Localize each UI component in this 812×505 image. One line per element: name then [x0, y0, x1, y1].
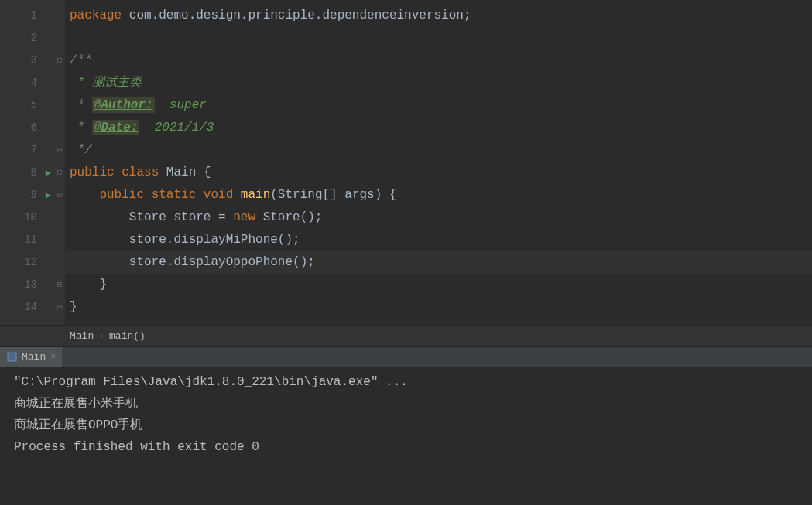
keyword: public [70, 165, 115, 179]
code-text: } [99, 278, 107, 292]
fold-toggle-icon[interactable]: ⊟ [54, 184, 65, 206]
console-line: 商城正在展售小米手机 [14, 393, 804, 415]
line-number: 1 [0, 5, 54, 27]
javadoc-tag: @Author: [92, 97, 155, 113]
keyword: class [122, 165, 159, 179]
breadcrumb-item[interactable]: Main [70, 330, 94, 342]
fold-toggle-icon[interactable]: ⊟ [54, 139, 65, 162]
run-tab[interactable]: Main × [0, 347, 62, 367]
line-number: 14 [0, 296, 54, 319]
comment: */ [70, 143, 92, 157]
run-line-icon[interactable]: ▶ [46, 184, 51, 206]
close-icon[interactable]: × [50, 352, 56, 363]
code-text: com.demo.design.principle.dependenceinve… [122, 9, 471, 22]
breadcrumb: Main › main() [0, 325, 812, 346]
chevron-right-icon: › [98, 330, 104, 342]
comment: 2021/1/3 [139, 121, 214, 135]
line-number: 11 [0, 229, 54, 251]
code-text: (String[] args) { [270, 188, 396, 202]
comment: /** [70, 53, 92, 67]
run-tab-label: Main [22, 351, 46, 363]
fold-column: ⊟ ⊟ ⊟ ⊟ ⊟ ⊟ [54, 0, 65, 325]
code-editor[interactable]: 1 2 3 4 5 6 7 8▶ 9▶ 10 11 12 13 14 ⊟ ⊟ ⊟… [0, 0, 812, 325]
line-number: 9▶ [0, 184, 54, 206]
comment: * 测试主类 [70, 76, 142, 90]
fold-toggle-icon[interactable]: ⊟ [54, 296, 65, 319]
line-number: 8▶ [0, 162, 54, 184]
method-name: main [241, 188, 270, 202]
comment: * [70, 98, 92, 112]
line-number: 4 [0, 72, 54, 94]
keyword: public [99, 188, 144, 202]
line-number: 13 [0, 274, 54, 296]
line-number: 6 [0, 117, 54, 139]
console-line: 商城正在展售OPPO手机 [14, 415, 804, 436]
line-number: 3 [0, 49, 54, 72]
code-text: store.displayMiPhone(); [129, 233, 300, 247]
run-tool-tab-bar: Main × [0, 346, 812, 367]
keyword: package [70, 9, 122, 22]
comment: * [70, 121, 92, 135]
code-text: Store(); [255, 210, 322, 224]
javadoc-tag: @Date: [92, 120, 140, 135]
run-config-icon [6, 352, 17, 363]
fold-toggle-icon[interactable]: ⊟ [54, 49, 65, 72]
console-line: Process finished with exit code 0 [14, 436, 804, 458]
run-line-icon[interactable]: ▶ [46, 162, 51, 184]
svg-rect-0 [8, 353, 16, 361]
line-number: 7 [0, 139, 54, 162]
code-text: store.displayOppoPhone(); [129, 255, 315, 269]
line-number: 2 [0, 27, 54, 49]
code-text: } [70, 300, 77, 314]
console-line: "C:\Program Files\Java\jdk1.8.0_221\bin\… [14, 371, 804, 393]
code-content[interactable]: package com.demo.design.principle.depend… [65, 0, 812, 325]
keyword: new [233, 210, 255, 224]
line-number: 5 [0, 94, 54, 117]
code-text: Main { [159, 165, 211, 179]
fold-toggle-icon[interactable]: ⊟ [54, 274, 65, 296]
run-console[interactable]: "C:\Program Files\Java\jdk1.8.0_221\bin\… [0, 367, 812, 505]
breadcrumb-item[interactable]: main() [109, 330, 146, 342]
keyword: static [152, 188, 197, 202]
line-number: 12 [0, 251, 54, 274]
line-number: 10 [0, 206, 54, 229]
code-text: Store store = [129, 210, 233, 224]
keyword: void [204, 188, 233, 202]
fold-toggle-icon[interactable]: ⊟ [54, 162, 65, 184]
line-number-gutter: 1 2 3 4 5 6 7 8▶ 9▶ 10 11 12 13 14 [0, 0, 54, 325]
comment: super [155, 98, 207, 112]
